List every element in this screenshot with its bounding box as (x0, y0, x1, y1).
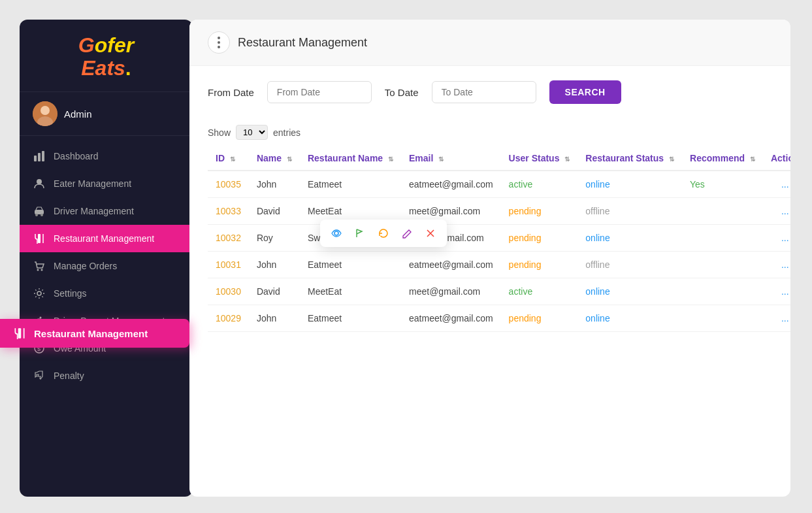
car-icon (33, 205, 46, 218)
sidebar-item-driver-label: Driver Management (54, 206, 134, 216)
col-action: Action (763, 146, 790, 171)
data-table: ID ⇅ Name ⇅ Restaurant Name ⇅ Email ⇅ Us… (208, 146, 790, 332)
recommend-cell: Yes (690, 179, 705, 190)
col-restaurant-status[interactable]: Restaurant Status ⇅ (577, 146, 682, 171)
table-header: ID ⇅ Name ⇅ Restaurant Name ⇅ Email ⇅ Us… (208, 146, 790, 171)
sidebar-item-eater-management[interactable]: Eater Management (20, 170, 193, 197)
id-cell: 10032 (208, 225, 249, 252)
svg-point-20 (334, 231, 338, 235)
restaurant-status-cell: offline (577, 252, 682, 278)
sort-arrows-user-status: ⇅ (564, 156, 570, 163)
avatar (33, 101, 57, 126)
svg-rect-4 (38, 153, 41, 161)
utensils-icon (33, 232, 46, 245)
action-cell: ... (763, 225, 790, 252)
email-cell: eatmeet@gmail.com (401, 305, 501, 332)
sidebar-item-settings[interactable]: Settings (20, 280, 193, 307)
dot1 (218, 37, 220, 39)
name-cell: John (249, 252, 300, 278)
sidebar-item-restaurant-management[interactable]: Restaurant Management (20, 225, 193, 252)
table-controls: Show 10 25 50 entries (208, 118, 772, 146)
sort-arrows-restaurant-status: ⇅ (669, 156, 674, 163)
refresh-icon[interactable] (375, 225, 392, 242)
filter-section: From Date To Date SEARCH (189, 66, 790, 118)
header-row: ID ⇅ Name ⇅ Restaurant Name ⇅ Email ⇅ Us… (208, 146, 790, 171)
restaurant-status-cell: offline (577, 198, 682, 225)
svg-rect-3 (34, 156, 37, 161)
action-cell: ... (763, 171, 790, 198)
user-status-cell: pending (501, 225, 578, 252)
entries-label: entries (273, 127, 300, 138)
col-restaurant[interactable]: Restaurant Name ⇅ (300, 146, 401, 171)
sidebar-item-manage-orders[interactable]: Manage Orders (20, 252, 193, 280)
action-cell: ... (763, 278, 790, 305)
email-cell: eatmeet@gmail.com (401, 252, 501, 278)
sidebar-item-penalty[interactable]: Penalty (20, 362, 193, 389)
page-header: Restaurant Management (189, 20, 790, 66)
to-date-input[interactable] (432, 81, 536, 103)
id-cell: 10030 (208, 278, 249, 305)
recommend-cell-wrap (682, 252, 763, 278)
name-cell: David (249, 278, 300, 305)
svg-rect-7 (35, 210, 44, 214)
view-icon[interactable] (328, 225, 345, 242)
user-status-cell: active (501, 278, 578, 305)
nav-popup-restaurant[interactable]: Restaurant Management (0, 319, 189, 348)
user-status-cell: pending (501, 305, 578, 332)
table-row: 10031 John Eatmeet eatmeet@gmail.com pen… (208, 252, 790, 278)
name-cell: David (249, 198, 300, 225)
user-status-cell: active (501, 171, 578, 198)
entries-select[interactable]: 10 25 50 (236, 125, 268, 140)
recommend-cell-wrap (682, 225, 763, 252)
admin-section[interactable]: Admin (20, 92, 193, 136)
table-body: 10035 John Eatmeet eatmeet@gmail.com act… (208, 171, 790, 332)
col-name[interactable]: Name ⇅ (249, 146, 300, 171)
sort-arrows-recommend: ⇅ (750, 156, 755, 163)
search-button[interactable]: SEARCH (549, 80, 621, 104)
table-row: 10033 David MeetEat meet@gmail.com pendi… (208, 198, 790, 225)
svg-point-13 (37, 291, 41, 295)
dot3 (218, 46, 220, 48)
sidebar: Gofer Eats. Admin Dashboard (20, 20, 193, 497)
sidebar-item-dashboard[interactable]: Dashboard (20, 142, 193, 170)
col-user-status[interactable]: User Status ⇅ (501, 146, 578, 171)
col-email[interactable]: Email ⇅ (401, 146, 501, 171)
thumb-down-icon (33, 369, 46, 382)
svg-point-1 (41, 106, 50, 115)
flag-icon[interactable] (351, 225, 368, 242)
svg-rect-10 (38, 234, 41, 243)
main-content: Restaurant Management From Date To Date … (189, 20, 790, 497)
from-date-input[interactable] (267, 81, 372, 103)
restaurant-cell: Eatmeet (300, 252, 401, 278)
id-cell: 10029 (208, 305, 249, 332)
user-status-cell: pending (501, 252, 578, 278)
delete-icon[interactable] (422, 225, 439, 242)
restaurant-status-cell: online (577, 171, 682, 198)
svg-point-6 (37, 179, 42, 184)
to-date-label: To Date (385, 87, 419, 98)
sidebar-item-driver-management[interactable]: Driver Management (20, 197, 193, 225)
id-cell: 10031 (208, 252, 249, 278)
col-recommend[interactable]: Recommend ⇅ (682, 146, 763, 171)
id-cell: 10035 (208, 171, 249, 198)
sidebar-item-penalty-label: Penalty (54, 371, 84, 381)
from-date-label: From Date (208, 87, 254, 98)
settings-icon (33, 287, 46, 300)
edit-icon[interactable] (398, 225, 415, 242)
cart-icon (33, 259, 46, 273)
action-cell: ... (763, 252, 790, 278)
admin-name: Admin (64, 108, 92, 120)
sidebar-item-eater-label: Eater Management (54, 178, 131, 189)
action-tooltip (320, 220, 447, 247)
sort-arrows-email: ⇅ (438, 156, 444, 163)
sidebar-item-restaurant-label: Restaurant Management (54, 233, 154, 244)
page-title: Restaurant Management (238, 36, 367, 50)
restaurant-cell: MeetEat (300, 278, 401, 305)
action-cell: ... (763, 198, 790, 225)
menu-dots-button[interactable] (208, 31, 230, 54)
col-id[interactable]: ID ⇅ (208, 146, 249, 171)
sort-arrows-id: ⇅ (230, 156, 235, 163)
id-cell: 10033 (208, 198, 249, 225)
name-cell: John (249, 305, 300, 332)
table-row: 10030 David MeetEat meet@gmail.com activ… (208, 278, 790, 305)
